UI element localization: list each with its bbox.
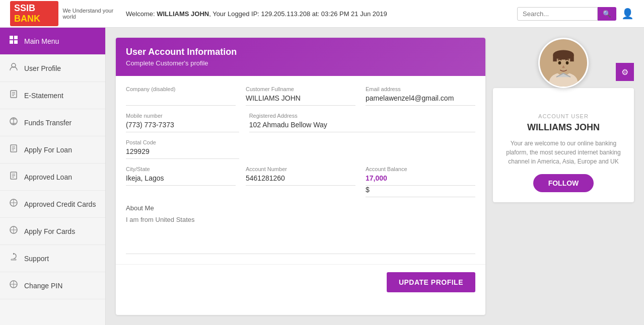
main-card: User Account Information Complete Custom…	[116, 38, 485, 315]
welcome-ip-label: , Your Logged IP:	[209, 10, 261, 18]
sidebar-label-support: Support	[24, 255, 49, 263]
welcome-ip: 129.205.113.208	[261, 10, 311, 18]
sidebar-item-support[interactable]: Support	[0, 245, 105, 272]
svg-rect-34	[553, 55, 557, 61]
sidebar-label-main-menu: Main Menu	[24, 37, 59, 45]
form-row-1: Company (disabled) Customer Fullname WIL…	[126, 86, 475, 106]
sidebar-label-e-statement: E-Statement	[24, 92, 63, 100]
sidebar-item-change-pin[interactable]: Change PIN	[0, 272, 105, 299]
sidebar-label-user-profile: User Profile	[24, 64, 61, 72]
content-area: User Account Information Complete Custom…	[106, 28, 644, 325]
sidebar-label-approved-loan: Approved Loan	[24, 173, 72, 181]
sidebar-item-approved-loan[interactable]: Approved Loan	[0, 164, 105, 191]
svg-rect-35	[570, 55, 574, 61]
grid-icon: ​	[8, 35, 19, 47]
form-row-3: Postal Code 129929	[126, 139, 475, 159]
sidebar: ​ Main Menu User Profile E-Statement Fun…	[0, 28, 106, 325]
search-input[interactable]	[517, 7, 598, 21]
sidebar-item-apply-for-cards[interactable]: Apply For Cards	[0, 218, 105, 245]
account-balance-field: Account Balance 17,000 $	[366, 166, 475, 197]
fullname-label: Customer Fullname	[246, 86, 355, 92]
form-row-4: City/State Ikeja, Lagos Account Number 5…	[126, 166, 475, 197]
welcome-name: WILLIAMS JOHN	[157, 10, 209, 18]
sidebar-item-funds-transfer[interactable]: Funds Transfer	[0, 109, 105, 136]
account-balance-label: Account Balance	[366, 166, 475, 172]
logo-area: SSIB BANK We Understand your world	[10, 1, 116, 26]
approved-loan-icon	[8, 171, 19, 183]
card-header: User Account Information Complete Custom…	[116, 38, 485, 76]
account-user-label: ACCOUNT USER	[503, 113, 624, 119]
svg-rect-0	[10, 36, 13, 39]
avatar-container	[493, 38, 634, 88]
main-layout: ​ Main Menu User Profile E-Statement Fun…	[0, 28, 644, 325]
form-row-2: Mobile number (773) 773-7373 Registered …	[126, 113, 475, 132]
about-label: About Me	[126, 204, 475, 212]
account-user-desc: Your are welcome to our online banking p…	[503, 139, 624, 166]
e-statement-icon	[8, 90, 19, 101]
svg-rect-2	[10, 40, 13, 44]
company-value	[126, 94, 236, 106]
logo-box: SSIB BANK	[10, 1, 58, 26]
company-label: Company (disabled)	[126, 86, 236, 92]
svg-point-36	[558, 61, 561, 65]
avatar	[538, 38, 589, 88]
sidebar-item-approved-credit-cards[interactable]: Approved Credit Cards	[0, 191, 105, 218]
account-balance-currency: $	[366, 186, 475, 197]
profile-card: ACCOUNT USER WILLIAMS JOHN Your are welc…	[493, 88, 634, 202]
sidebar-item-e-statement[interactable]: E-Statement	[0, 82, 105, 109]
funds-transfer-icon	[8, 117, 19, 128]
logo-bank: BANK	[14, 14, 40, 24]
city-label: City/State	[126, 166, 236, 172]
email-label: Email address	[366, 86, 475, 92]
postal-field: Postal Code 129929	[126, 139, 239, 159]
account-number-field: Account Number 5461281260	[246, 166, 355, 197]
sidebar-label-approved-credit-cards: Approved Credit Cards	[24, 200, 96, 208]
registered-address-label: Registered Address	[249, 113, 475, 119]
company-field: Company (disabled)	[126, 86, 236, 106]
change-pin-icon	[8, 280, 19, 291]
svg-rect-3	[14, 40, 18, 44]
account-number-value: 5461281260	[246, 174, 355, 186]
search-icon: 🔍	[603, 10, 611, 18]
card-body: Company (disabled) Customer Fullname WIL…	[116, 76, 485, 264]
follow-button[interactable]: FOLLOW	[533, 174, 594, 192]
apply-loan-icon	[8, 144, 19, 155]
support-icon	[8, 253, 19, 264]
spacer-field	[249, 139, 475, 159]
update-profile-button[interactable]: UPDATE PROFILE	[387, 272, 475, 292]
logo-ssib: SSIB	[14, 3, 35, 13]
account-user-name: WILLIAMS JOHN	[503, 122, 624, 133]
card-footer: UPDATE PROFILE	[116, 264, 485, 300]
sidebar-item-main-menu[interactable]: ​ Main Menu	[0, 28, 105, 55]
user-profile-icon	[8, 62, 19, 74]
sidebar-item-apply-for-loan[interactable]: Apply For Loan	[0, 136, 105, 164]
about-value: I am from United States	[126, 216, 475, 254]
fullname-field: Customer Fullname WILLIAMS JOHN	[246, 86, 355, 106]
city-value: Ikeja, Lagos	[126, 174, 236, 186]
sidebar-label-apply-for-loan: Apply For Loan	[24, 146, 72, 154]
welcome-text: Welcome: WILLIAMS JOHN, Your Logged IP: …	[116, 10, 517, 18]
mobile-field: Mobile number (773) 773-7373	[126, 113, 239, 132]
account-number-label: Account Number	[246, 166, 355, 172]
welcome-at: at: 03:26 PM 21 Jun 2019	[310, 10, 387, 18]
svg-rect-1	[14, 36, 18, 39]
card-header-title: User Account Information	[126, 47, 475, 57]
email-field: Email address pamelawenzel4@gmail.com	[366, 86, 475, 106]
user-icon: 👤	[621, 8, 634, 19]
mobile-value: (773) 773-7373	[126, 121, 239, 132]
sidebar-label-funds-transfer: Funds Transfer	[24, 119, 71, 127]
approved-credit-icon	[8, 198, 19, 210]
city-field: City/State Ikeja, Lagos	[126, 166, 236, 197]
svg-point-37	[566, 61, 569, 65]
sidebar-label-change-pin: Change PIN	[24, 282, 62, 290]
account-balance-value: 17,000	[366, 174, 475, 186]
search-button[interactable]: 🔍	[598, 7, 616, 21]
postal-label: Postal Code	[126, 139, 239, 145]
sidebar-item-user-profile[interactable]: User Profile	[0, 55, 105, 82]
mobile-label: Mobile number	[126, 113, 239, 119]
card-header-subtitle: Complete Customer's profile	[126, 59, 475, 67]
registered-address-value: 102 Ahmadu Bellow Way	[249, 121, 475, 132]
user-icon-button[interactable]: 👤	[621, 8, 634, 20]
side-panel: ACCOUNT USER WILLIAMS JOHN Your are welc…	[493, 38, 634, 315]
welcome-prefix: Welcome:	[126, 10, 157, 18]
